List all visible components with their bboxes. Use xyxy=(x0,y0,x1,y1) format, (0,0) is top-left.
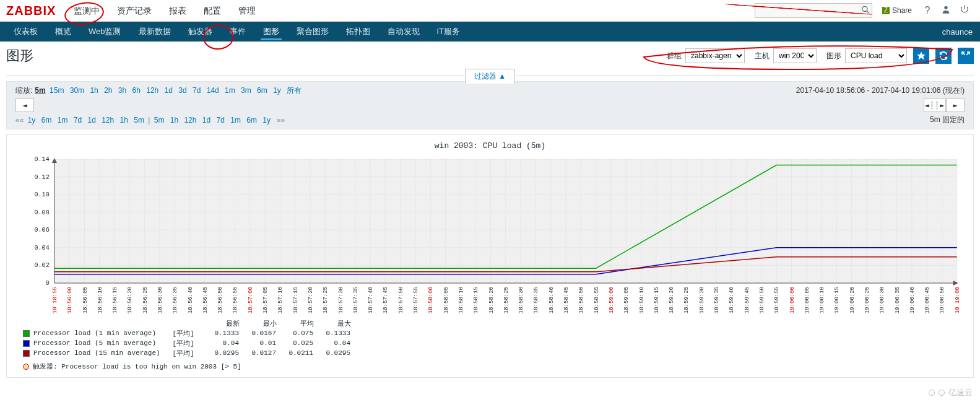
svg-text:0.12: 0.12 xyxy=(34,174,49,181)
legend-max: 0.1333 xyxy=(313,330,350,337)
sub-nav-item[interactable]: IT服务 xyxy=(428,22,469,42)
svg-text:18:56:15: 18:56:15 xyxy=(111,287,118,313)
top-nav-item[interactable]: 报表 xyxy=(160,0,195,22)
time-nav-link[interactable]: 1h xyxy=(170,116,178,125)
time-nav-link[interactable]: 7d xyxy=(217,116,225,125)
share-button[interactable]: ZShare xyxy=(878,3,916,18)
user-icon[interactable] xyxy=(937,4,955,17)
scroll-right-button[interactable]: ► xyxy=(946,98,965,112)
top-header: ZABBIX 监测中资产记录报表配置管理 ZShare ? xyxy=(0,0,980,22)
cpu-load-chart: 00.020.040.060.080.100.120.1404-10 18:55… xyxy=(11,153,969,314)
legend-agg: [平均] xyxy=(165,339,202,348)
time-nav-link[interactable]: 1m xyxy=(58,116,68,125)
zoom-link[interactable]: 14d xyxy=(207,86,219,95)
time-nav-link[interactable]: 1y xyxy=(28,116,36,125)
time-bar: 缩放: 5m 15m 30m 1h 2h 3h 6h 12h 1d 3d 7d … xyxy=(6,81,974,129)
logo[interactable]: ZABBIX xyxy=(6,4,56,18)
time-nav-link[interactable]: 7d xyxy=(74,116,82,125)
sub-nav-item[interactable]: 概览 xyxy=(46,22,80,42)
time-nav-link[interactable]: 1h xyxy=(120,116,128,125)
svg-point-2 xyxy=(944,6,947,9)
group-select[interactable]: zabbix-agent xyxy=(685,48,745,63)
legend-latest: 0.04 xyxy=(202,339,239,347)
svg-text:04-10 18:55: 04-10 18:55 xyxy=(51,287,58,314)
scroll-left-button[interactable]: ◄ xyxy=(15,98,34,112)
top-nav-item[interactable]: 配置 xyxy=(195,0,230,22)
sub-nav-item[interactable]: 事件 xyxy=(221,22,254,42)
page-title: 图形 xyxy=(6,46,33,65)
zoom-link[interactable]: 7d xyxy=(193,86,201,95)
zoom-link[interactable]: 1y xyxy=(273,86,281,95)
svg-text:18:57:05: 18:57:05 xyxy=(262,287,269,313)
svg-text:0.10: 0.10 xyxy=(34,191,49,198)
top-nav-item[interactable]: 管理 xyxy=(230,0,264,22)
group-label: 群组 xyxy=(667,51,682,61)
zoom-link[interactable]: 1h xyxy=(90,86,98,95)
svg-text:18:56:45: 18:56:45 xyxy=(202,287,209,313)
time-nav-link[interactable]: 1y xyxy=(262,116,271,125)
time-nav-link[interactable]: 1d xyxy=(202,116,210,125)
sub-nav-item[interactable]: Web监测 xyxy=(80,22,130,42)
svg-text:18:58:50: 18:58:50 xyxy=(578,287,584,313)
refresh-button[interactable] xyxy=(935,48,952,64)
sub-nav-item[interactable]: 仪表板 xyxy=(5,22,46,42)
time-nav-link[interactable]: 5m xyxy=(154,116,165,125)
host-select[interactable]: win 2003 xyxy=(773,48,817,63)
fullscreen-button[interactable] xyxy=(958,48,974,64)
zoom-label: 缩放: xyxy=(15,85,32,96)
sub-nav-item[interactable]: 图形 xyxy=(254,22,288,42)
svg-text:18:58:15: 18:58:15 xyxy=(472,287,479,313)
zoom-link[interactable]: 5m xyxy=(35,86,45,95)
svg-text:19:00:45: 19:00:45 xyxy=(924,287,930,313)
svg-text:18:57:25: 18:57:25 xyxy=(322,287,329,313)
legend-min: 0.0127 xyxy=(239,349,276,357)
scrollbar-handle[interactable]: ◄┊┊► xyxy=(924,98,946,112)
zoom-link[interactable]: 6h xyxy=(132,86,141,95)
svg-text:19:00:10: 19:00:10 xyxy=(818,287,825,313)
svg-text:18:58:25: 18:58:25 xyxy=(503,287,510,313)
zoom-link[interactable]: 1m xyxy=(225,86,235,95)
favorite-add-button[interactable] xyxy=(913,48,929,64)
sub-nav-item[interactable]: 最新数据 xyxy=(130,22,180,42)
zoom-link[interactable]: 所有 xyxy=(287,86,301,95)
zoom-link[interactable]: 15m xyxy=(50,86,64,95)
chart-legend: 最新 最小 平均 最大 Processor load (1 min averag… xyxy=(11,319,969,371)
svg-marker-3 xyxy=(917,51,925,59)
sub-nav-item[interactable]: 自动发现 xyxy=(379,22,428,42)
top-nav-item[interactable]: 资产记录 xyxy=(108,0,160,22)
time-nav-link[interactable]: 12h xyxy=(102,116,114,125)
time-nav-link[interactable]: 6m xyxy=(246,116,257,125)
legend-agg: [平均] xyxy=(165,349,202,358)
zoom-link[interactable]: 6m xyxy=(257,86,267,95)
svg-text:18:59:10: 18:59:10 xyxy=(638,287,644,313)
svg-text:19:00:50: 19:00:50 xyxy=(939,287,945,313)
power-icon[interactable] xyxy=(955,4,974,17)
time-nav-link[interactable]: 6m xyxy=(41,116,52,125)
search-input[interactable] xyxy=(755,3,872,18)
svg-text:18:57:30: 18:57:30 xyxy=(337,287,344,313)
zoom-link[interactable]: 3h xyxy=(118,86,126,95)
filter-toggle[interactable]: 过滤器 ▲ xyxy=(465,69,515,84)
svg-text:0.04: 0.04 xyxy=(34,245,49,251)
zoom-link[interactable]: 3d xyxy=(178,86,186,95)
svg-text:19:00:25: 19:00:25 xyxy=(864,287,870,313)
search-icon[interactable] xyxy=(861,6,870,16)
zoom-link[interactable]: 30m xyxy=(70,86,84,95)
time-nav-link[interactable]: 1m xyxy=(230,116,241,125)
time-nav-link[interactable]: 12h xyxy=(184,116,196,125)
legend-swatch-icon xyxy=(23,350,30,357)
graph-select[interactable]: CPU load xyxy=(845,48,907,63)
svg-text:18:57:50: 18:57:50 xyxy=(397,287,404,313)
top-nav-item[interactable]: 监测中 xyxy=(65,0,108,22)
zoom-link[interactable]: 2h xyxy=(104,86,112,95)
sub-nav-item[interactable]: 拓扑图 xyxy=(337,22,379,42)
sub-nav-item[interactable]: 触发器 xyxy=(180,22,221,42)
zoom-link[interactable]: 12h xyxy=(146,86,158,95)
zoom-link[interactable]: 3m xyxy=(241,86,251,95)
help-icon[interactable]: ? xyxy=(918,5,937,16)
sub-nav-item[interactable]: 聚合图形 xyxy=(288,22,337,42)
svg-text:18:56:35: 18:56:35 xyxy=(171,287,178,313)
time-nav-link[interactable]: 1d xyxy=(87,116,95,125)
time-nav-link[interactable]: 5m xyxy=(134,116,144,125)
zoom-link[interactable]: 1d xyxy=(165,86,173,95)
